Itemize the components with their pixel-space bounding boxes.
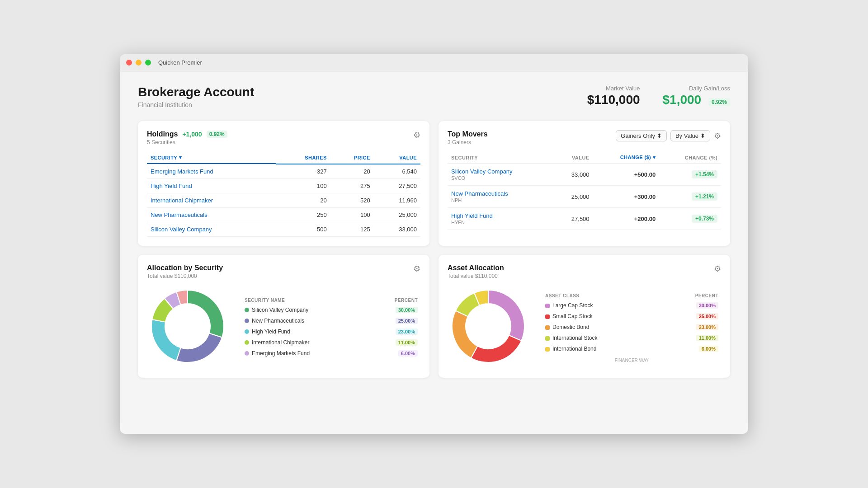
legend-name: International Stock: [542, 333, 662, 343]
mover-row[interactable]: High Yield Fund HYFN 27,500 +200.00 +0.7…: [448, 208, 721, 230]
asset-alloc-title: Asset Allocation: [448, 264, 504, 272]
mover-change-dollar: +300.00: [593, 186, 660, 208]
asset-alloc-chart: [448, 286, 529, 369]
legend-name: Small Cap Stock: [542, 311, 662, 322]
movers-col-change-dollar[interactable]: CHANGE ($) ▾: [593, 152, 660, 164]
asset-alloc-legend: ASSET CLASS PERCENT Large Cap Stock 30.0…: [542, 291, 721, 363]
holdings-row[interactable]: Silicon Valley Company 500 125 33,000: [147, 222, 420, 237]
movers-controls: Gainers Only ⬍ By Value ⬍ ⚙: [616, 130, 721, 141]
mover-change-pct: +1.54%: [659, 164, 721, 186]
holdings-row[interactable]: High Yield Fund 100 275 27,500: [147, 179, 420, 193]
asset-alloc-settings-icon[interactable]: ⚙: [714, 264, 721, 274]
holdings-table: SECURITY ▾ SHARES PRICE VALUE Emerging M…: [147, 152, 420, 237]
movers-settings-icon[interactable]: ⚙: [714, 131, 721, 141]
legend-row: International Bond 6.00%: [542, 343, 721, 354]
top-movers-card: Top Movers 3 Gainers Gainers Only ⬍ By V…: [439, 121, 730, 246]
legend-sec-pct-col: PERCENT: [369, 296, 420, 305]
mover-value: 25,000: [554, 186, 593, 208]
legend-pct: 11.00%: [369, 337, 420, 348]
holdings-card: Holdings +1,000 0.92% 5 Securities ⚙ SEC…: [138, 121, 429, 246]
legend-asset-pct-col: PERCENT: [662, 291, 721, 300]
legend-name: High Yield Fund: [242, 326, 369, 337]
price: 275: [330, 179, 374, 193]
legend-name: Emerging Markets Fund: [242, 348, 369, 359]
legend-row: Large Cap Stock 30.00%: [542, 300, 721, 311]
legend-name: International Bond: [542, 343, 662, 354]
mover-change-pct: +0.73%: [659, 208, 721, 230]
alloc-sec-settings-icon[interactable]: ⚙: [413, 264, 420, 274]
holdings-col-price[interactable]: PRICE: [330, 152, 374, 164]
legend-asset-class-col: ASSET CLASS: [542, 291, 662, 300]
daily-gain-section: Daily Gain/Loss $1,000 0.92%: [663, 85, 730, 107]
legend-pct: 23.00%: [662, 322, 721, 333]
legend-pct: 6.00%: [662, 343, 721, 354]
holdings-col-shares[interactable]: SHARES: [276, 152, 330, 164]
security-name[interactable]: High Yield Fund: [147, 179, 276, 193]
holdings-col-value[interactable]: VALUE: [374, 152, 420, 164]
allocation-security-card: Allocation by Security Total value $110,…: [138, 255, 429, 378]
holdings-row[interactable]: New Pharmaceuticals 250 100 25,000: [147, 208, 420, 222]
daily-gain-label: Daily Gain/Loss: [663, 85, 730, 92]
security-name[interactable]: Emerging Markets Fund: [147, 164, 276, 179]
market-summary: Market Value $110,000 Daily Gain/Loss $1…: [587, 85, 730, 107]
legend-row: Emerging Markets Fund 6.00%: [242, 348, 420, 359]
security-name[interactable]: International Chipmaker: [147, 193, 276, 208]
mover-security: Silicon Valley Company SVCO: [448, 164, 554, 186]
security-name[interactable]: Silicon Valley Company: [147, 222, 276, 237]
titlebar: Quicken Premier: [120, 54, 748, 71]
daily-gain-value: $1,000 0.92%: [663, 93, 730, 107]
alloc-sec-subtitle: Total value $110,000: [147, 273, 223, 279]
value: 27,500: [374, 179, 420, 193]
value: 11,960: [374, 193, 420, 208]
legend-pct: 11.00%: [662, 333, 721, 343]
mover-security: New Pharmaceuticals NPH: [448, 186, 554, 208]
price: 520: [330, 193, 374, 208]
app-title: Quicken Premier: [158, 59, 202, 66]
daily-gain-badge: 0.92%: [708, 98, 730, 106]
legend-row: International Stock 11.00%: [542, 333, 721, 343]
legend-name: Domestic Bond: [542, 322, 662, 333]
close-button[interactable]: [126, 60, 132, 66]
mover-row[interactable]: Silicon Valley Company SVCO 33,000 +500.…: [448, 164, 721, 186]
mover-value: 33,000: [554, 164, 593, 186]
legend-pct: 25.00%: [369, 315, 420, 326]
legend-name: Large Cap Stock: [542, 300, 662, 311]
minimize-button[interactable]: [136, 60, 142, 66]
alloc-sec-legend: SECURITY NAME PERCENT Silicon Valley Com…: [242, 296, 420, 359]
gainers-filter[interactable]: Gainers Only ⬍: [616, 130, 667, 141]
mover-value: 27,500: [554, 208, 593, 230]
market-value: $110,000: [587, 93, 640, 107]
holdings-settings-icon[interactable]: ⚙: [413, 130, 420, 140]
legend-pct: 23.00%: [369, 326, 420, 337]
mover-change-pct: +1.21%: [659, 186, 721, 208]
movers-col-security: SECURITY: [448, 152, 554, 164]
holdings-title: Holdings: [147, 130, 178, 138]
legend-pct: 6.00%: [369, 348, 420, 359]
price: 20: [330, 164, 374, 179]
legend-row: Domestic Bond 23.00%: [542, 322, 721, 333]
legend-row: High Yield Fund 23.00%: [242, 326, 420, 337]
account-info: Brokerage Account Financial Institution: [138, 85, 254, 108]
asset-allocation-card: Asset Allocation Total value $110,000 ⚙: [439, 255, 730, 378]
shares: 100: [276, 179, 330, 193]
asset-alloc-subtitle: Total value $110,000: [448, 273, 504, 279]
legend-pct: 30.00%: [662, 300, 721, 311]
holdings-subtitle: 5 Securities: [147, 139, 227, 145]
mover-row[interactable]: New Pharmaceuticals NPH 25,000 +300.00 +…: [448, 186, 721, 208]
maximize-button[interactable]: [145, 60, 151, 66]
alloc-sec-chart: [147, 286, 228, 369]
account-name: Brokerage Account: [138, 85, 254, 99]
value: 25,000: [374, 208, 420, 222]
alloc-sec-title: Allocation by Security: [147, 264, 223, 272]
market-value-section: Market Value $110,000: [587, 85, 640, 107]
holdings-row[interactable]: Emerging Markets Fund 327 20 6,540: [147, 164, 420, 179]
price: 125: [330, 222, 374, 237]
holdings-col-security[interactable]: SECURITY ▾: [147, 152, 276, 164]
by-value-filter[interactable]: By Value ⬍: [670, 130, 710, 141]
legend-row: Silicon Valley Company 30.00%: [242, 305, 420, 315]
holdings-row[interactable]: International Chipmaker 20 520 11,960: [147, 193, 420, 208]
shares: 20: [276, 193, 330, 208]
price: 100: [330, 208, 374, 222]
mover-change-dollar: +200.00: [593, 208, 660, 230]
security-name[interactable]: New Pharmaceuticals: [147, 208, 276, 222]
